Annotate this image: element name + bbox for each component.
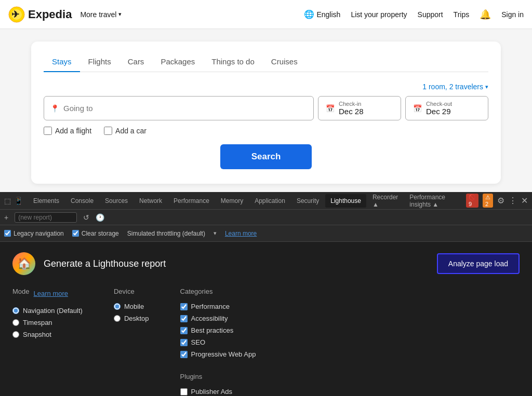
devtools-add-icon[interactable]: + [4,213,8,222]
devtools-inspect-icon[interactable]: ⬚ [4,197,11,205]
device-mobile-label[interactable]: Mobile [114,302,149,311]
legacy-nav-label[interactable]: Legacy navigation [4,230,64,237]
cat-pwa-label[interactable]: Progressive Web App [180,349,256,359]
expedia-logo-icon: ✈ [8,6,25,23]
cat-seo-checkbox[interactable] [180,339,188,346]
report-name-input[interactable] [15,212,77,223]
add-flight-checkbox[interactable] [44,127,52,135]
room-travelers-button[interactable]: 1 room, 2 travelers ▾ [422,83,488,91]
tab-cruises[interactable]: Cruises [263,52,306,72]
cat-best-practices-label[interactable]: Best practices [180,325,256,335]
devtools-tab-lighthouse[interactable]: Lighthouse [325,194,366,208]
bell-icon-link[interactable]: 🔔 [480,9,491,20]
tab-things-to-do[interactable]: Things to do [203,52,263,72]
devtools-tab-application[interactable]: Application [249,194,290,208]
checkin-date-field[interactable]: 📅 Check-in Dec 28 [318,96,401,120]
globe-icon: 🌐 [304,9,314,19]
devtools-tab-console[interactable]: Console [65,194,99,208]
tab-flights[interactable]: Flights [80,52,119,72]
devtools-tab-security[interactable]: Security [291,194,324,208]
mode-snapshot-radio[interactable] [12,331,19,338]
devtools-tab-recorder[interactable]: Recorder ▲ [367,190,403,211]
devtools-panel: ⬚ 📱 Elements Console Sources Network Per… [0,192,532,396]
checkin-value: Dec 28 [339,107,364,116]
sign-in-link[interactable]: Sign in [501,10,524,19]
search-tabs: Stays Flights Cars Packages Things to do… [44,52,488,72]
logo-area[interactable]: ✈ Expedia [8,6,72,23]
device-desktop-label[interactable]: Desktop [114,313,149,323]
search-button-row: Search [44,144,488,169]
devtools-tab-memory[interactable]: Memory [216,194,248,208]
devtools-tab-network[interactable]: Network [134,194,167,208]
mode-navigation-label[interactable]: Navigation (Default) [12,306,83,316]
search-widget: Stays Flights Cars Packages Things to do… [31,42,501,184]
going-to-field[interactable]: 📍 [44,96,314,120]
room-travelers-row: 1 room, 2 travelers ▾ [44,83,488,91]
add-flight-checkbox-label[interactable]: Add a flight [44,127,91,135]
cat-performance-checkbox[interactable] [180,303,188,310]
tab-cars[interactable]: Cars [119,52,153,72]
devtools-tab-elements[interactable]: Elements [28,194,64,208]
tab-stays[interactable]: Stays [44,52,80,72]
lighthouse-icon: 🏠 [12,252,35,275]
devtools-settings-icon[interactable]: ⚙ [497,196,504,206]
trips-link[interactable]: Trips [454,10,470,19]
devtools-history-icon[interactable]: 🕐 [96,213,104,222]
plugin-publisher-ads-checkbox[interactable] [180,388,188,395]
calendar-icon: 📅 [326,104,335,113]
devtools-tabs-bar: ⬚ 📱 Elements Console Sources Network Per… [0,192,532,210]
devtools-icons-right: 🚫 9 ⚠ 2 ⚙ ⋮ ✕ [466,194,528,208]
device-title: Device [114,288,149,295]
mode-snapshot-label[interactable]: Snapshot [12,330,83,339]
cat-seo-label[interactable]: SEO [180,337,256,347]
checkout-value: Dec 29 [426,107,452,116]
lighthouse-options-grid: Mode Learn more Navigation (Default) Tim… [12,288,520,396]
throttle-chevron-icon: ▾ [214,230,217,237]
add-extras-row: Add a flight Add a car [44,127,488,135]
lighthouse-title: Generate a Lighthouse report [44,258,166,269]
support-link[interactable]: Support [418,10,443,19]
lighthouse-header: 🏠 Generate a Lighthouse report Analyze p… [12,252,520,275]
mode-timespan-radio[interactable] [12,319,19,326]
devtools-refresh-icon[interactable]: ↺ [83,213,89,222]
plugin-publisher-ads-label[interactable]: Publisher Ads [180,387,256,396]
mode-title: Mode [12,288,30,295]
device-mobile-radio[interactable] [114,303,121,310]
devtools-tab-performance[interactable]: Performance [168,194,215,208]
add-car-checkbox-label[interactable]: Add a car [104,127,147,135]
search-button[interactable]: Search [220,144,312,169]
analyze-page-load-button[interactable]: Analyze page load [437,253,520,274]
mode-timespan-label[interactable]: Timespan [12,318,83,327]
list-property-link[interactable]: List your property [351,10,407,19]
checkout-date-field[interactable]: 📅 Check-out Dec 29 [405,96,488,120]
tab-packages[interactable]: Packages [152,52,203,72]
svg-text:✈: ✈ [11,9,19,20]
cat-accessibility-label[interactable]: Accessibility [180,313,256,323]
going-to-input[interactable] [63,104,307,113]
legacy-nav-checkbox[interactable] [4,230,11,237]
add-car-checkbox[interactable] [104,127,112,135]
device-desktop-radio[interactable] [114,315,121,322]
categories-title: Categories [180,288,256,295]
lighthouse-main: 🏠 Generate a Lighthouse report Analyze p… [0,242,532,396]
devtools-close-icon[interactable]: ✕ [521,196,528,206]
cat-accessibility-checkbox[interactable] [180,315,188,322]
cat-best-practices-checkbox[interactable] [180,327,188,334]
clear-storage-label[interactable]: Clear storage [72,230,119,237]
more-travel-button[interactable]: More travel ▾ [76,7,126,22]
plugins-title: Plugins [180,373,256,380]
mode-navigation-radio[interactable] [12,307,19,314]
mode-group: Mode Learn more Navigation (Default) Tim… [12,288,83,396]
cat-performance-label[interactable]: Performance [180,302,256,311]
clear-storage-checkbox[interactable] [72,230,79,237]
chevron-down-icon: ▾ [485,84,488,90]
mode-learn-more-link[interactable]: Learn more [34,290,68,297]
main-content: Stays Flights Cars Packages Things to do… [0,29,532,196]
learn-more-link[interactable]: Learn more [225,230,257,237]
cat-pwa-checkbox[interactable] [180,351,188,358]
devtools-device-icon[interactable]: 📱 [14,197,23,205]
devtools-menu-icon[interactable]: ⋮ [509,196,517,206]
devtools-tab-sources[interactable]: Sources [100,194,133,208]
devtools-tab-perf-insights[interactable]: Performance insights ▲ [404,190,465,211]
english-link[interactable]: 🌐 English [304,9,340,19]
